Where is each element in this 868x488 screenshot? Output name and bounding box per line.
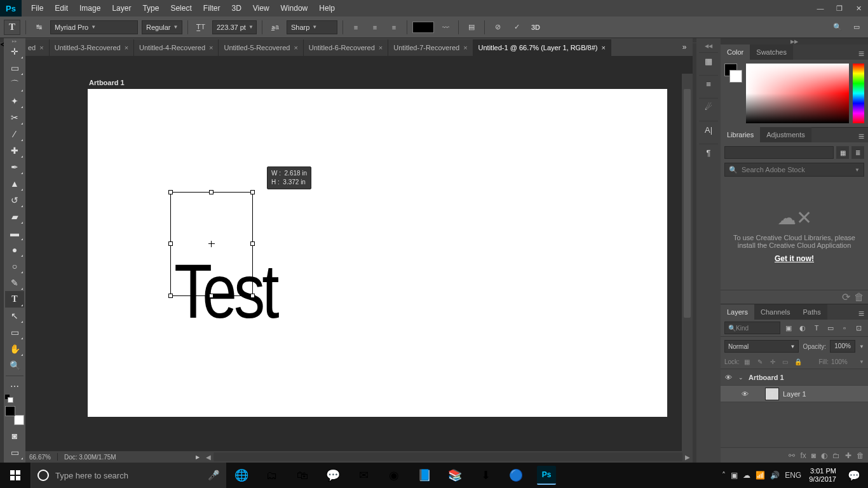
- transform-bounding-box[interactable]: [170, 192, 253, 296]
- start-button[interactable]: [0, 463, 31, 488]
- path-select-tool[interactable]: ↖: [5, 308, 24, 324]
- document-tab[interactable]: Untitled-5-Recovered×: [219, 39, 303, 56]
- antialias-dropdown[interactable]: Sharp▼: [287, 20, 337, 34]
- eraser-tool[interactable]: ▰: [5, 208, 24, 225]
- font-style-dropdown[interactable]: Regular▼: [142, 20, 182, 34]
- lock-position-icon[interactable]: ✛: [768, 356, 778, 367]
- adjustment-layer-icon[interactable]: ◐: [821, 451, 827, 460]
- type-tool[interactable]: T: [5, 291, 24, 308]
- taskbar-mail-icon[interactable]: ✉: [348, 463, 379, 488]
- opacity-input[interactable]: 100%: [830, 340, 855, 353]
- layer-mask-icon[interactable]: ◙: [811, 451, 816, 460]
- zoom-level[interactable]: 66.67%: [29, 454, 51, 461]
- quick-select-tool[interactable]: ✦: [5, 93, 24, 109]
- close-icon[interactable]: ×: [294, 44, 297, 51]
- library-sync-icon[interactable]: ⟳: [842, 291, 850, 303]
- healing-tool[interactable]: ✚: [5, 142, 24, 159]
- lock-pixels-icon[interactable]: ▦: [742, 356, 752, 367]
- layer-artboard[interactable]: 👁 ⌄ Artboard 1: [721, 369, 868, 386]
- menu-filter[interactable]: Filter: [198, 0, 226, 17]
- scroll-left-icon[interactable]: ◀: [203, 454, 214, 461]
- swatches-panel-tab[interactable]: Swatches: [750, 44, 793, 60]
- close-icon[interactable]: ×: [463, 44, 467, 51]
- layer-style-icon[interactable]: fx: [800, 451, 806, 460]
- canvas[interactable]: Artboard 1 Test W : 2.618 in H : 3.372 i…: [25, 56, 693, 463]
- move-tool[interactable]: ✛: [5, 43, 24, 60]
- menu-image[interactable]: Image: [74, 0, 106, 17]
- 3d-icon[interactable]: 3D: [528, 20, 543, 34]
- lock-artboard-icon[interactable]: ▭: [780, 356, 790, 367]
- expand-icon[interactable]: ⌄: [737, 374, 745, 381]
- layer-thumbnail[interactable]: T: [765, 388, 779, 400]
- taskbar-photoshop-icon[interactable]: Ps: [537, 466, 556, 485]
- link-layers-icon[interactable]: ⚯: [789, 451, 795, 460]
- marquee-tool[interactable]: ▭: [5, 60, 24, 76]
- taskbar-clock[interactable]: 3:01 PM 9/3/2017: [805, 467, 840, 484]
- menu-edit[interactable]: Edit: [49, 0, 74, 17]
- align-left-icon[interactable]: ≡: [348, 20, 363, 34]
- font-size-input[interactable]: 223.37 pt▼: [212, 20, 257, 34]
- character-panel-icon[interactable]: A|: [699, 121, 718, 139]
- filter-shape-icon[interactable]: ▭: [825, 322, 836, 334]
- align-right-icon[interactable]: ≡: [386, 20, 402, 34]
- hand-tool[interactable]: ✋: [5, 341, 24, 357]
- transform-handle[interactable]: [168, 294, 173, 298]
- brush-tool[interactable]: ✒: [5, 159, 24, 175]
- library-list-view-icon[interactable]: ≣: [851, 146, 864, 159]
- tray-chevron-up-icon[interactable]: ˄: [722, 471, 726, 480]
- toggle-orientation-icon[interactable]: ↹: [31, 20, 46, 34]
- document-tab-active[interactable]: Untitled-1 @ 66.7% (Layer 1, RGB/8#)×: [473, 39, 611, 56]
- properties-panel-icon[interactable]: ≡: [699, 75, 718, 93]
- doc-info[interactable]: Doc: 3.00M/1.75M: [64, 454, 116, 461]
- history-panel-icon[interactable]: ▦: [699, 52, 718, 70]
- paragraph-panel-icon[interactable]: ¶: [699, 144, 718, 161]
- system-tray[interactable]: ˄ ▣ ☁ 📶 🔊 ENG: [718, 471, 805, 480]
- shape-tool[interactable]: ▭: [5, 324, 24, 341]
- filter-pixel-icon[interactable]: ▣: [783, 322, 794, 334]
- status-menu-icon[interactable]: ▶: [196, 454, 200, 460]
- delete-layer-icon[interactable]: 🗑: [857, 451, 864, 460]
- color-spectrum[interactable]: [746, 64, 849, 123]
- edit-toolbar-icon[interactable]: ⋯: [5, 378, 24, 395]
- menu-help[interactable]: Help: [313, 0, 341, 17]
- cancel-icon[interactable]: ⊘: [490, 20, 505, 34]
- chevron-down-icon[interactable]: ▼: [859, 359, 864, 365]
- document-tab[interactable]: ed×: [25, 39, 50, 56]
- panel-collapse-icon[interactable]: ▶▶: [721, 38, 868, 44]
- screen-mode-icon[interactable]: ▭: [5, 444, 24, 461]
- menu-view[interactable]: View: [247, 0, 275, 17]
- microphone-icon[interactable]: 🎤: [208, 470, 220, 481]
- taskbar-skype-icon[interactable]: 💬: [318, 463, 348, 488]
- lock-brush-icon[interactable]: ✎: [755, 356, 765, 367]
- tray-language[interactable]: ENG: [785, 471, 801, 480]
- dock-collapse-icon[interactable]: ◀◀: [696, 43, 721, 48]
- align-center-icon[interactable]: ≡: [367, 20, 383, 34]
- transform-center-icon[interactable]: [209, 241, 214, 247]
- visibility-icon[interactable]: 👁: [723, 374, 733, 381]
- layer-layer1[interactable]: 👁 T Layer 1: [721, 386, 868, 402]
- taskbar-edge-icon[interactable]: 🌐: [226, 463, 257, 488]
- menu-3d[interactable]: 3D: [226, 0, 247, 17]
- filter-smart-icon[interactable]: ▫: [839, 322, 850, 334]
- filter-adjust-icon[interactable]: ◐: [797, 322, 808, 334]
- library-search-input[interactable]: 🔍 Search Adobe Stock ▼: [724, 163, 864, 177]
- libraries-get-it-link[interactable]: Get it now!: [775, 254, 814, 263]
- close-icon[interactable]: ×: [125, 44, 128, 51]
- tab-overflow-button[interactable]: »: [676, 43, 693, 51]
- history-brush-tool[interactable]: ↺: [5, 192, 24, 208]
- layers-tree[interactable]: 👁 ⌄ Artboard 1 👁 T Layer 1: [721, 369, 868, 447]
- panel-menu-icon[interactable]: ≡: [855, 308, 868, 320]
- document-tab[interactable]: Untitled-7-Recovered×: [388, 39, 473, 56]
- color-hue-strip[interactable]: [853, 64, 864, 123]
- warp-text-icon[interactable]: 〰: [438, 20, 453, 34]
- transform-handle[interactable]: [168, 190, 173, 194]
- tray-onedrive-icon[interactable]: ☁: [743, 471, 750, 480]
- taskbar-winrar-icon[interactable]: 📚: [440, 463, 470, 488]
- tray-volume-icon[interactable]: 🔊: [770, 471, 780, 480]
- libraries-panel-tab[interactable]: Libraries: [721, 127, 760, 142]
- taskbar-notepad-icon[interactable]: 📘: [409, 463, 440, 488]
- lasso-tool[interactable]: ⌒: [5, 76, 24, 93]
- dodge-tool[interactable]: ○: [5, 258, 24, 274]
- color-panel-tab[interactable]: Color: [721, 44, 750, 60]
- layer-filter-dropdown[interactable]: 🔍 Kind: [724, 322, 780, 334]
